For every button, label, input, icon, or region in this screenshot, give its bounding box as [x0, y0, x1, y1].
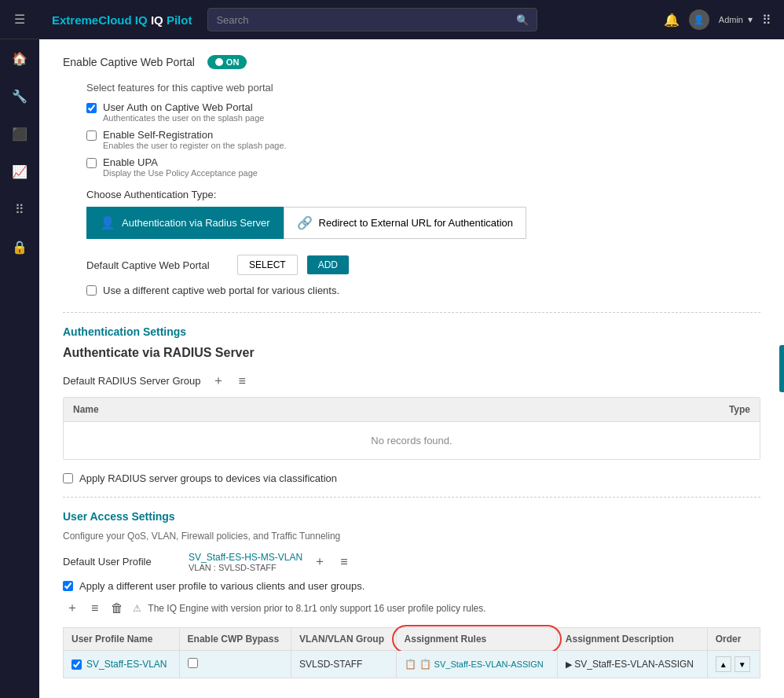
- upa-desc: Display the Use Policy Acceptance page: [103, 168, 258, 178]
- search-input[interactable]: [216, 14, 516, 26]
- cwp-bypass-checkbox[interactable]: [188, 658, 198, 668]
- apply-different-row: Apply a different user profile to variou…: [63, 580, 760, 592]
- assignment-desc-text: SV_Staff-ES-VLAN-ASSIGN: [574, 659, 694, 670]
- col-profile-name: User Profile Name: [64, 628, 180, 651]
- add-radius-button[interactable]: ＋: [209, 371, 228, 391]
- radius-group-label: Default RADIUS Server Group: [63, 375, 201, 387]
- info-text: The IQ Engine with version prior to 8.1r…: [148, 603, 485, 614]
- default-profile-label: Default User Profile: [63, 556, 181, 568]
- radius-list-button[interactable]: ≡: [236, 373, 249, 390]
- radius-icon: 👤: [100, 215, 115, 230]
- tools-icon[interactable]: 🔧: [4, 80, 35, 112]
- row-checkbox[interactable]: [71, 659, 82, 670]
- upa-label: Enable UPA: [103, 156, 258, 168]
- user-auth-checkbox[interactable]: [86, 103, 97, 113]
- divider-1: [63, 312, 760, 313]
- profile-sub: VLAN : SVLSD-STAFF: [189, 563, 302, 572]
- row-assignment-desc: ▶ SV_Staff-ES-VLAN-ASSIGN: [557, 651, 707, 678]
- scroll-indicator: [779, 345, 784, 392]
- user-access-header: User Access Settings Configure your QoS,…: [63, 510, 760, 542]
- analytics-icon[interactable]: 📈: [4, 156, 35, 187]
- apps-icon[interactable]: ⠿: [4, 193, 35, 225]
- apply-classification-label: Apply RADIUS server groups to devices vi…: [79, 472, 337, 484]
- auth-settings-title: Authentication Settings: [63, 325, 760, 338]
- user-access-desc: Configure your QoS, VLAN, Firewall polic…: [63, 531, 760, 542]
- dashboard-icon[interactable]: ⬛: [4, 118, 35, 149]
- apply-classification-checkbox[interactable]: [63, 473, 73, 483]
- order-down-button[interactable]: ▼: [735, 656, 750, 672]
- features-label: Select features for this captive web por…: [86, 82, 760, 94]
- pilot-label: Pilot: [167, 13, 192, 27]
- sidebar-menu-top: ☰: [0, 0, 39, 39]
- sidebar: ☰ 🏠 🔧 ⬛ 📈 ⠿ 🔒: [0, 0, 39, 698]
- name-header: Name: [64, 398, 697, 421]
- topbar-actions: 🔔 👤 Admin ▾ ⠿: [664, 9, 771, 30]
- default-cwp-row: Default Captive Web Portal SELECT ADD: [86, 255, 760, 275]
- profile-name-link[interactable]: SV_Staff-ES-VLAN: [86, 659, 167, 670]
- auth-radius-button[interactable]: 👤 Authentication via Radius Server: [86, 207, 284, 239]
- divider-2: [63, 497, 760, 498]
- hamburger-icon[interactable]: ☰: [4, 4, 35, 35]
- self-reg-desc: Enables the user to register on the spla…: [103, 141, 287, 150]
- user-auth-desc: Authenticates the user on the splash pag…: [103, 113, 264, 123]
- table-row: SV_Staff-ES-VLAN SVLSD-STAFF 📋 📋 SV_Staf…: [64, 651, 760, 678]
- use-different-label: Use a different captive web portal for v…: [103, 285, 339, 296]
- row-order: ▲ ▼: [707, 651, 760, 678]
- col-order: Order: [707, 628, 760, 651]
- auth-redirect-button[interactable]: 🔗 Redirect to External URL for Authentic…: [284, 207, 526, 239]
- assignment-icon: 📋: [405, 659, 416, 670]
- order-up-button[interactable]: ▲: [716, 656, 731, 672]
- upa-row: Enable UPA Display the Use Policy Accept…: [86, 156, 760, 178]
- delete-rule-button[interactable]: 🗑: [108, 600, 126, 617]
- add-rule-button[interactable]: ＋: [63, 598, 82, 618]
- profile-list-button[interactable]: ≡: [337, 553, 350, 571]
- lock-icon[interactable]: 🔒: [4, 231, 35, 263]
- bell-icon[interactable]: 🔔: [664, 13, 680, 28]
- row-profile-name: SV_Staff-ES-VLAN: [64, 651, 180, 678]
- content-area: Enable Captive Web Portal ON Select feat…: [39, 39, 784, 698]
- main-wrapper: ExtremeCloud IQ IQ Pilot 🔍 🔔 👤 Admin ▾ ⠿…: [39, 0, 784, 698]
- profile-table: User Profile Name Enable CWP Bypass VLAN…: [63, 627, 760, 678]
- radius-table-header: Name Type: [64, 398, 760, 422]
- self-reg-label: Enable Self-Registration: [103, 129, 287, 141]
- col-assignment-rules: Assignment Rules: [396, 628, 557, 651]
- use-different-checkbox[interactable]: [86, 285, 97, 296]
- default-cwp-label: Default Captive Web Portal: [86, 259, 228, 271]
- order-arrows: ▲ ▼: [716, 656, 752, 672]
- search-bar: 🔍: [207, 8, 537, 31]
- assignment-icon-2: 📋: [419, 659, 431, 670]
- self-reg-row: Enable Self-Registration Enables the use…: [86, 129, 760, 150]
- redirect-icon: 🔗: [297, 215, 313, 230]
- auth-subsection-title: Authenticate via RADIUS Server: [63, 346, 760, 360]
- add-button[interactable]: ADD: [307, 255, 349, 274]
- home-icon[interactable]: 🏠: [4, 42, 35, 74]
- user-info: Admin ▾: [719, 14, 753, 25]
- upa-checkbox[interactable]: [86, 158, 97, 168]
- radius-header: Default RADIUS Server Group ＋ ≡: [63, 371, 760, 391]
- apply-different-profile-checkbox[interactable]: [63, 581, 73, 591]
- assignment-desc-icon: ▶: [566, 659, 572, 669]
- row-cwp-bypass: [179, 651, 291, 678]
- type-header: Type: [697, 398, 760, 421]
- grid-icon[interactable]: ⠿: [762, 13, 771, 28]
- self-reg-checkbox[interactable]: [86, 130, 97, 141]
- cwp-toggle[interactable]: ON: [207, 55, 247, 69]
- select-button[interactable]: SELECT: [237, 255, 298, 275]
- toggle-label: ON: [226, 57, 240, 67]
- features-section: Select features for this captive web por…: [86, 82, 760, 296]
- chevron-down-icon[interactable]: ▾: [748, 14, 753, 25]
- default-profile-row: Default User Profile SV_Staff-ES-HS-MS-V…: [63, 551, 760, 572]
- rule-list-button[interactable]: ≡: [88, 600, 101, 617]
- avatar: 👤: [689, 9, 709, 30]
- add-profile-button[interactable]: ＋: [310, 552, 329, 571]
- user-name: Admin: [719, 15, 743, 24]
- assignment-rules-link[interactable]: SV_Staff-ES-VLAN-ASSIGN: [434, 659, 544, 669]
- auth-redirect-label: Redirect to External URL for Authenticat…: [319, 217, 513, 229]
- topbar: ExtremeCloud IQ IQ Pilot 🔍 🔔 👤 Admin ▾ ⠿: [39, 0, 784, 39]
- cwp-header: Enable Captive Web Portal ON: [63, 55, 760, 69]
- logo-pilot: IQ: [151, 13, 167, 27]
- profile-link[interactable]: SV_Staff-ES-HS-MS-VLAN: [189, 552, 302, 563]
- user-auth-row: User Auth on Captive Web Portal Authenti…: [86, 101, 760, 123]
- row-vlan-group: SVLSD-STAFF: [291, 651, 396, 678]
- logo-text: ExtremeCloud IQ: [52, 13, 148, 27]
